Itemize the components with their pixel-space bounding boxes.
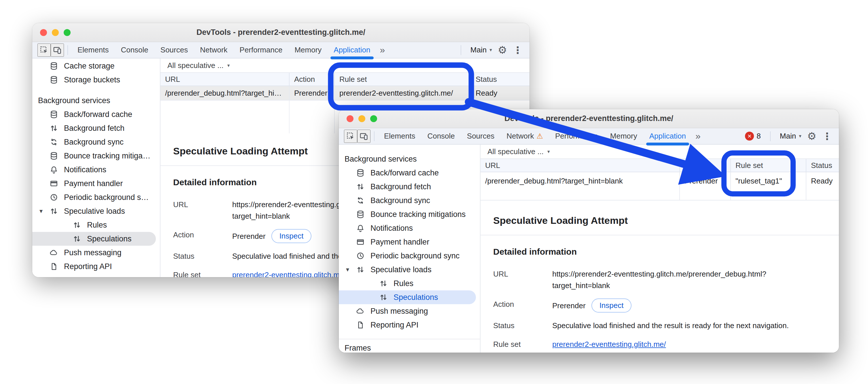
device-toolbar-icon[interactable] [51, 43, 64, 57]
close-window-button[interactable] [347, 115, 353, 122]
sidebar-item[interactable]: ▾ Back/forward cache [32, 107, 160, 121]
sidebar-item-icon [356, 252, 365, 260]
sidebar-item[interactable]: ▾ Reporting API [339, 318, 480, 332]
chevron-down-icon: ▾ [227, 63, 230, 69]
ruleset-link[interactable]: prerender2-eventtesting.glitch.me/ [232, 270, 346, 277]
detail-panel: Speculative Loading Attempt Detailed inf… [480, 200, 839, 353]
sidebar-item[interactable]: ▾ Push messaging [339, 304, 480, 318]
sidebar-item-label: Push messaging [64, 248, 160, 257]
sidebar-item[interactable]: ▾ Notifications [339, 221, 480, 235]
close-window-button[interactable] [40, 29, 47, 36]
table-row[interactable]: /prerender_debug.html?target_hint=blank … [160, 86, 529, 100]
column-header-url[interactable]: URL [480, 159, 680, 172]
status-label: Status [173, 250, 232, 262]
sidebar-item[interactable]: ▾ Cache storage [32, 59, 160, 73]
column-header-status[interactable]: Status [806, 159, 839, 172]
sidebar-item[interactable]: ▾ Speculations [339, 290, 476, 304]
sidebar-item[interactable]: ▾ Background services [32, 94, 160, 107]
panel-tab[interactable]: Performance ⚠ [234, 42, 289, 58]
error-count: 8 [756, 132, 761, 140]
sidebar-item[interactable]: ▾ Payment handler [32, 177, 160, 190]
panel-tab[interactable]: Memory ⚠ [604, 128, 643, 144]
action-value: Prerender [232, 230, 266, 242]
sidebar-item[interactable]: ▾ Speculative loads [32, 204, 160, 218]
ruleset-link[interactable]: prerender2-eventtesting.glitch.me/ [552, 340, 666, 349]
sidebar-item[interactable]: ▾ Notifications [32, 163, 160, 177]
more-tabs-icon[interactable]: » [692, 131, 704, 141]
panel-tab[interactable]: Application ⚠ [328, 42, 376, 58]
sidebar-item-icon [50, 110, 58, 119]
panel-tab[interactable]: Elements ⚠ [378, 128, 421, 144]
sidebar-item[interactable]: ▾ Background fetch [339, 180, 480, 194]
sidebar-item-label: Background sync [64, 138, 160, 147]
panel-tab[interactable]: Network ⚠ [500, 128, 549, 144]
context-selector[interactable]: Main ▾ [470, 45, 492, 55]
sidebar-item-icon [356, 196, 365, 205]
panel-tab[interactable]: Console ⚠ [115, 42, 154, 58]
column-header-ruleset[interactable]: Rule set [335, 73, 471, 86]
kebab-menu-icon[interactable]: ⋮ [513, 45, 523, 55]
panel-tab[interactable]: Sources ⚠ [154, 42, 194, 58]
sidebar-item[interactable]: ▾ Background sync [339, 194, 480, 207]
sidebar-item-icon [356, 238, 365, 246]
column-header-action[interactable]: Action [680, 159, 731, 172]
panel-tab[interactable]: Console ⚠ [421, 128, 461, 144]
minimize-window-button[interactable] [359, 115, 365, 122]
panel-tab[interactable]: Elements ⚠ [71, 42, 115, 58]
chevron-down-icon: ▾ [547, 149, 550, 155]
sidebar-item[interactable]: ▾ Rules [32, 218, 160, 232]
settings-gear-icon[interactable]: ⚙ [807, 131, 816, 141]
tree-expand-icon[interactable]: ▾ [346, 266, 349, 274]
kebab-menu-icon[interactable]: ⋮ [822, 131, 832, 141]
cell-ruleset: prerender2-eventtesting.glitch.me/ [335, 86, 471, 100]
sidebar-item[interactable]: ▾ Periodic background sync [32, 190, 160, 204]
inspect-button[interactable]: Inspect [271, 229, 312, 243]
inspect-button[interactable]: Inspect [591, 298, 632, 313]
sidebar-item-icon [50, 152, 58, 160]
sidebar-item[interactable]: ▾ Speculations [32, 232, 156, 246]
toolbar-divider [461, 45, 461, 55]
panel-tab[interactable]: Network ⚠ [194, 42, 234, 58]
sidebar-item[interactable]: ▾ Reporting API [32, 260, 160, 274]
panel-tab[interactable]: Sources ⚠ [461, 128, 500, 144]
panel-tab[interactable]: Application ⚠ [643, 128, 692, 144]
device-toolbar-icon[interactable] [357, 130, 370, 143]
more-tabs-icon[interactable]: » [376, 45, 389, 55]
devtools-tabbar: Elements ⚠ Console ⚠ Sources ⚠ Network ⚠… [339, 128, 839, 145]
sidebar-item[interactable]: ▾ Payment handler [339, 235, 480, 249]
sidebar-item[interactable]: ▾ Background sync [32, 135, 160, 149]
sidebar-item[interactable]: ▾ Frames [339, 339, 480, 353]
context-selector[interactable]: Main ▾ [780, 132, 802, 140]
table-row[interactable]: /prerender_debug.html?target_hint=blank … [480, 172, 839, 200]
speculations-filter[interactable]: All speculative ... ▾ [160, 59, 529, 73]
minimize-window-button[interactable] [52, 29, 59, 36]
column-header-action[interactable]: Action [289, 73, 335, 86]
column-header-url[interactable]: URL [160, 73, 289, 86]
sidebar-item[interactable]: ▾ Bounce tracking mitigations [32, 149, 160, 163]
sidebar-item[interactable]: ▾ Rules [339, 277, 480, 290]
sidebar-item[interactable]: ▾ Push messaging [32, 246, 160, 260]
console-error-badge[interactable]: ✕ 8 [745, 132, 761, 140]
column-header-ruleset[interactable]: Rule set [731, 159, 806, 172]
sidebar-item[interactable]: ▾ Storage buckets [32, 73, 160, 87]
speculations-filter[interactable]: All speculative ... ▾ [480, 145, 839, 159]
panel-tabs: Elements ⚠ Console ⚠ Sources ⚠ Network ⚠… [378, 128, 692, 144]
sidebar-item[interactable]: ▾ Bounce tracking mitigations [339, 207, 480, 221]
tree-expand-icon[interactable]: ▾ [39, 207, 43, 215]
inspect-element-icon[interactable] [37, 43, 51, 57]
settings-gear-icon[interactable]: ⚙ [498, 45, 507, 55]
sidebar-item-icon [50, 124, 58, 132]
zoom-window-button[interactable] [370, 115, 377, 122]
sidebar-item-label: Speculative loads [64, 207, 160, 216]
inspect-element-icon[interactable] [344, 130, 357, 143]
sidebar-item[interactable]: ▾ Background fetch [32, 121, 160, 135]
panel-tab[interactable]: Performance ⚠ [549, 128, 604, 144]
sidebar-item[interactable]: ▾ Background services [339, 152, 480, 166]
panel-tab[interactable]: Memory ⚠ [288, 42, 328, 58]
sidebar-item-label: Periodic background sync [370, 252, 480, 260]
sidebar-item[interactable]: ▾ Speculative loads [339, 263, 480, 277]
sidebar-item[interactable]: ▾ Back/forward cache [339, 166, 480, 180]
sidebar-item[interactable]: ▾ Periodic background sync [339, 249, 480, 263]
column-header-status[interactable]: Status [471, 73, 529, 86]
zoom-window-button[interactable] [64, 29, 70, 36]
